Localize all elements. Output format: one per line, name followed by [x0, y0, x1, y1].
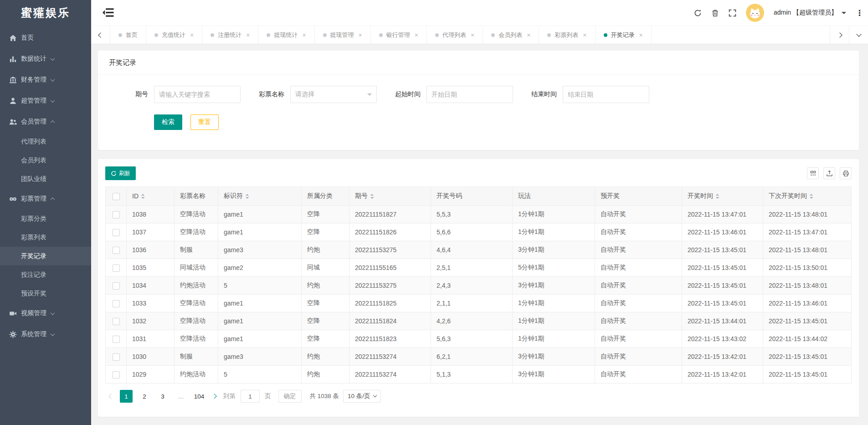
tab-withdraw-stats[interactable]: 提现统计 ×: [258, 26, 314, 44]
sort-icon[interactable]: [809, 193, 813, 199]
sidebar-item-system[interactable]: 系统管理: [0, 324, 91, 345]
sidebar-item-video[interactable]: 视频管理: [0, 303, 91, 324]
row-checkbox[interactable]: [113, 353, 120, 361]
tabs-scroll-left-button[interactable]: [91, 26, 110, 44]
tab-close-icon[interactable]: ×: [359, 31, 362, 39]
sidebar-subitem-draw-records[interactable]: 开奖记录: [0, 247, 91, 265]
tab-close-icon[interactable]: ×: [583, 31, 586, 39]
tab-recharge-stats[interactable]: 充值统计 ×: [146, 26, 202, 44]
tab-close-icon[interactable]: ×: [190, 31, 194, 39]
sidebar-item-home[interactable]: 首页: [0, 27, 91, 48]
start-date-input[interactable]: [426, 86, 513, 103]
print-icon[interactable]: [840, 167, 852, 179]
export-icon[interactable]: [823, 167, 835, 179]
end-date-input[interactable]: [563, 86, 649, 103]
sidebar-item-super-admin[interactable]: 超管管理: [0, 90, 91, 111]
tab-draw-records[interactable]: 开奖记录 ×: [596, 26, 652, 44]
tab-bank-manage[interactable]: 银行管理 ×: [371, 26, 427, 44]
next-page-button[interactable]: [208, 390, 220, 403]
tab-close-icon[interactable]: ×: [639, 31, 643, 39]
fullscreen-icon[interactable]: [729, 9, 736, 17]
sidebar-subitem-agent-list[interactable]: 代理列表: [0, 132, 91, 151]
column-header-draw_time[interactable]: 开奖时间: [682, 187, 763, 206]
per-page-value: 10 条/页: [348, 392, 370, 400]
column-header-numbers[interactable]: 开奖号码: [431, 187, 513, 206]
more-vertical-icon[interactable]: ⋮: [856, 9, 863, 17]
sidebar-subitem-preset-draw[interactable]: 预设开奖: [0, 284, 91, 303]
cell-id: 1032: [127, 312, 175, 330]
sidebar-subitem-member-list[interactable]: 会员列表: [0, 151, 91, 170]
prev-page-button[interactable]: [105, 390, 117, 403]
sort-icon[interactable]: [245, 193, 249, 199]
sidebar-item-lottery[interactable]: 彩票管理: [0, 188, 91, 209]
chevron-down-icon: [51, 311, 55, 315]
sort-icon[interactable]: [715, 193, 719, 199]
sidebar-subitem-lottery-list[interactable]: 彩票列表: [0, 228, 91, 247]
tab-close-icon[interactable]: ×: [471, 31, 474, 39]
row-checkbox[interactable]: [113, 371, 120, 378]
row-checkbox[interactable]: [113, 247, 120, 254]
tab-member-list[interactable]: 会员列表 ×: [483, 26, 539, 44]
tab-withdraw-manage[interactable]: 提现管理 ×: [315, 26, 371, 44]
column-header-next_draw_time[interactable]: 下次开奖时间: [763, 187, 852, 206]
tabs-menu-button[interactable]: [849, 26, 868, 44]
lottery-name-select[interactable]: 请选择: [290, 86, 377, 103]
tab-close-icon[interactable]: ×: [527, 31, 530, 39]
column-header-label: 玩法: [518, 192, 531, 200]
sidebar-subitem-team-performance[interactable]: 团队业绩: [0, 170, 91, 188]
filter-columns-icon[interactable]: [807, 167, 819, 179]
sidebar-subitem-bet-records[interactable]: 投注记录: [0, 265, 91, 284]
sort-icon[interactable]: [141, 193, 145, 199]
page-number[interactable]: 1: [120, 390, 133, 403]
column-header-play[interactable]: 玩法: [513, 187, 595, 206]
cell-next_draw_time: 2022-11-15 13:44:02: [763, 330, 852, 348]
tab-close-icon[interactable]: ×: [246, 31, 250, 39]
cell-predraw: 自动开奖: [595, 295, 682, 312]
column-header-issue[interactable]: 期号: [349, 187, 431, 206]
goto-confirm-button[interactable]: 确定: [278, 390, 302, 403]
column-header-predraw[interactable]: 预开奖: [595, 187, 682, 206]
sidebar-item-data-stats[interactable]: 数据统计: [0, 48, 91, 69]
reset-button[interactable]: 重置: [190, 114, 219, 130]
trash-icon[interactable]: [711, 9, 719, 17]
collapse-menu-icon[interactable]: [103, 7, 114, 19]
tab-close-icon[interactable]: ×: [302, 31, 306, 39]
admin-menu[interactable]: admin 【超级管理员】: [774, 9, 846, 17]
tabs-scroll-right-button[interactable]: [830, 26, 849, 44]
column-header-id[interactable]: ID: [127, 187, 175, 206]
sort-icon[interactable]: [370, 193, 374, 199]
tab-home[interactable]: 首页: [110, 26, 146, 44]
cell-draw_time: 2022-11-15 13:43:02: [682, 330, 763, 348]
tab-close-icon[interactable]: ×: [415, 31, 418, 39]
page-number[interactable]: 104: [193, 390, 205, 403]
goto-label: 到第: [223, 392, 236, 400]
row-checkbox[interactable]: [113, 211, 120, 218]
sidebar-item-finance[interactable]: 财务管理: [0, 69, 91, 90]
row-checkbox[interactable]: [113, 318, 120, 325]
column-header-category[interactable]: 所属分类: [302, 187, 349, 206]
page-number[interactable]: 2: [138, 390, 151, 403]
records-table: ID 彩票名称 标识符 所属分类 期号 开奖号码 玩法 预开奖 开奖时间 下次开…: [105, 187, 852, 384]
column-header-name[interactable]: 彩票名称: [175, 187, 218, 206]
issue-input[interactable]: [154, 86, 241, 103]
row-checkbox[interactable]: [113, 264, 120, 272]
row-checkbox[interactable]: [113, 229, 120, 236]
row-checkbox[interactable]: [113, 300, 120, 307]
tab-register-stats[interactable]: 注册统计 ×: [202, 26, 258, 44]
tab-agent-list[interactable]: 代理列表 ×: [427, 26, 483, 44]
sidebar-subitem-lottery-category[interactable]: 彩票分类: [0, 209, 91, 228]
row-checkbox[interactable]: [113, 282, 120, 290]
goto-page-input[interactable]: [241, 390, 260, 403]
search-button[interactable]: 检索: [154, 114, 182, 130]
refresh-icon[interactable]: [694, 9, 702, 17]
per-page-select[interactable]: 10 条/页: [343, 390, 381, 403]
page-number[interactable]: 3: [156, 390, 169, 403]
row-checkbox[interactable]: [113, 336, 120, 343]
refresh-table-button[interactable]: 刷新: [105, 166, 136, 180]
pagination: 123…104 到第 页 确定 共 1038 条 10 条/页: [105, 390, 852, 403]
avatar[interactable]: [746, 4, 764, 22]
tab-lottery-list[interactable]: 彩票列表 ×: [539, 26, 595, 44]
sidebar-item-members[interactable]: 会员管理: [0, 111, 91, 132]
column-header-code[interactable]: 标识符: [218, 187, 302, 206]
select-all-checkbox[interactable]: [113, 193, 120, 200]
